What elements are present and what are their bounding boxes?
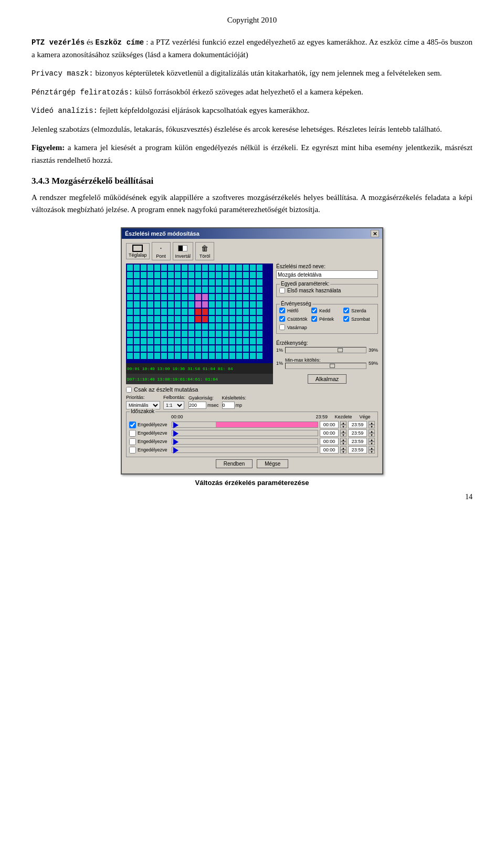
period2-start-spin-up[interactable]: ▲ (340, 429, 346, 433)
period3-end-spin[interactable]: ▲ ▼ (369, 438, 375, 445)
toolbar-torol-button[interactable]: 🗑 Töröl (195, 242, 214, 260)
period2-enable-checkbox[interactable] (129, 430, 136, 437)
period-row-1: Engedélyezve ▲ ▼ (129, 421, 375, 428)
toolbar-pont-button[interactable]: · Pont (152, 242, 171, 260)
megse-button[interactable]: Mégse (257, 459, 288, 468)
minmax-thumb[interactable] (330, 364, 335, 368)
svg-rect-112 (202, 301, 208, 308)
svg-rect-114 (216, 301, 222, 308)
period4-start-spin[interactable]: ▲ ▼ (340, 446, 346, 454)
svg-rect-190 (188, 331, 194, 337)
svg-rect-177 (236, 323, 242, 330)
vasarnap-checkbox[interactable] (279, 324, 285, 330)
period1-start-spin-down[interactable]: ▼ (340, 425, 346, 428)
period1-end-spin-down[interactable]: ▼ (369, 425, 375, 428)
kesleletes-input[interactable] (222, 402, 235, 409)
erzekenysg-slider-row: 1% 39% (276, 347, 378, 353)
figyelem-text: a kamera jel kiesését a program külön en… (32, 143, 472, 164)
pont-label: Pont (156, 254, 166, 259)
period2-end-spin-down[interactable]: ▼ (369, 433, 375, 437)
period3-start-spin-down[interactable]: ▼ (340, 441, 346, 445)
dialog-close-button[interactable]: ✕ (371, 230, 379, 237)
svg-rect-50 (188, 279, 194, 286)
svg-rect-197 (236, 331, 242, 337)
svg-rect-109 (182, 301, 187, 308)
svg-rect-67 (168, 287, 174, 293)
rendben-button[interactable]: Rendben (216, 459, 253, 468)
period3-enable-checkbox[interactable] (129, 438, 136, 445)
period3-start-spin-up[interactable]: ▲ (340, 438, 346, 441)
period2-end-spin-up[interactable]: ▲ (369, 429, 375, 433)
period3-end[interactable] (348, 438, 367, 445)
field-name-input[interactable] (276, 270, 378, 279)
kedd-checkbox[interactable] (311, 308, 317, 313)
elso-maszk-checkbox[interactable] (279, 288, 285, 293)
svg-rect-142 (134, 316, 140, 322)
csak-eszlelt-checkbox[interactable] (126, 387, 132, 393)
period1-end[interactable] (348, 421, 367, 428)
period4-end-spin-down[interactable]: ▼ (369, 450, 375, 454)
period4-end[interactable] (348, 446, 367, 454)
period3-start-spin[interactable]: ▲ ▼ (340, 438, 346, 445)
period1-start-spin-up[interactable]: ▲ (340, 421, 346, 425)
period3-end-spin-down[interactable]: ▼ (369, 441, 375, 445)
period3-bar[interactable] (172, 438, 318, 445)
svg-rect-61 (127, 287, 133, 293)
period2-start[interactable] (320, 429, 339, 437)
period1-start[interactable] (320, 421, 339, 428)
svg-rect-62 (134, 287, 140, 293)
erzekenysg-track[interactable] (285, 347, 366, 353)
minmax-track[interactable] (285, 363, 366, 369)
period3-end-spin-up[interactable]: ▲ (369, 438, 375, 441)
hetfo-checkbox[interactable] (279, 308, 285, 313)
period2-start-spin-down[interactable]: ▼ (340, 433, 346, 437)
svg-rect-42 (134, 279, 140, 286)
svg-rect-258 (243, 353, 249, 359)
toolbar-teglalap-button[interactable]: Téglalap (126, 243, 150, 259)
erzekenysg-thumb[interactable] (338, 348, 343, 352)
period1-end-spin-up[interactable]: ▲ (369, 421, 375, 425)
section-body: A rendszer megfelelő működésének egyik a… (32, 193, 472, 214)
period4-start-spin-up[interactable]: ▲ (340, 446, 346, 450)
svg-rect-169 (182, 323, 187, 330)
svg-rect-237 (236, 345, 242, 352)
paragraph-ptz: PTZ vezérlés és Eszköz címe : a PTZ vezé… (32, 36, 472, 61)
figure-container: Észlelési mező módosítása ✕ Téglalap · P… (32, 227, 472, 487)
period1-enable-checkbox[interactable] (129, 422, 136, 428)
svg-rect-116 (229, 301, 235, 308)
period1-end-spin[interactable]: ▲ ▼ (369, 421, 375, 428)
alkalmaz-button[interactable]: Alkalmaz (308, 374, 347, 384)
period4-bar[interactable] (172, 447, 318, 453)
paragraph-szabotazs: Jelenleg szabotázs (elmozdulás, letakará… (32, 123, 472, 135)
szombat-checkbox[interactable] (343, 316, 349, 322)
period4-start-spin-down[interactable]: ▼ (340, 450, 346, 454)
period2-end[interactable] (348, 429, 367, 437)
svg-rect-250 (188, 353, 194, 359)
period2-end-spin[interactable]: ▲ ▼ (369, 429, 375, 437)
svg-rect-221 (127, 345, 133, 352)
svg-rect-48 (175, 279, 181, 286)
period4-end-spin-up[interactable]: ▲ (369, 446, 375, 450)
szerda-checkbox[interactable] (343, 308, 349, 313)
svg-rect-60 (257, 279, 262, 286)
period4-enable-checkbox[interactable] (129, 447, 136, 454)
period2-start-spin[interactable]: ▲ ▼ (340, 429, 346, 437)
period4-start[interactable] (320, 446, 339, 454)
svg-rect-77 (236, 287, 242, 293)
toolbar-invertal-button[interactable]: Invertál (173, 242, 194, 260)
svg-rect-73 (209, 287, 215, 293)
camera-grid[interactable]: // This will be rendered via inline SVG … (126, 264, 273, 384)
period3-start[interactable] (320, 438, 339, 445)
vasarnap-label: Vasárnap (287, 325, 307, 330)
pentek-checkbox[interactable] (311, 316, 317, 322)
gyakorisag-group: Gyakoriság: msec (188, 395, 219, 409)
felbontas-select[interactable]: 1:1 (163, 401, 184, 409)
period1-start-spin[interactable]: ▲ ▼ (340, 421, 346, 428)
svg-rect-15 (223, 265, 228, 271)
period1-bar[interactable] (172, 422, 318, 428)
csutortok-checkbox[interactable] (279, 316, 285, 322)
gyakorisag-input[interactable] (188, 402, 206, 409)
period4-end-spin[interactable]: ▲ ▼ (369, 446, 375, 454)
svg-rect-134 (216, 309, 222, 315)
period2-bar[interactable] (172, 430, 318, 436)
